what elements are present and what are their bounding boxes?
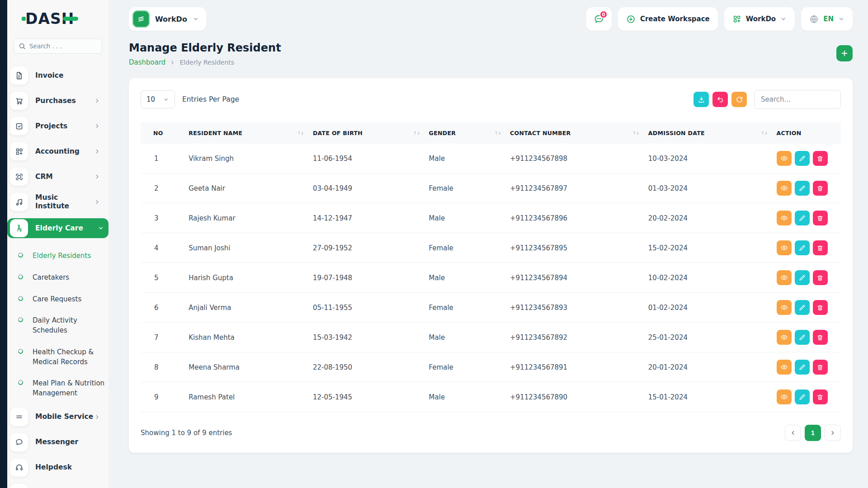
sidebar: DASH Invoice Purchases Projects: [7, 0, 108, 488]
delete-button[interactable]: [813, 389, 828, 404]
edit-button[interactable]: [795, 151, 810, 166]
delete-button[interactable]: [813, 270, 828, 285]
column-header-gender[interactable]: GENDER↑↓: [425, 122, 505, 144]
chat-bubble-icon: [10, 433, 28, 451]
view-button[interactable]: [777, 181, 792, 196]
workdo-menu-label: WorkDo: [746, 15, 776, 23]
sidebar-item-purchases[interactable]: Purchases: [10, 92, 105, 110]
delete-button[interactable]: [813, 151, 828, 166]
table-search-input[interactable]: [754, 90, 841, 109]
subitem-label: Care Requests: [33, 295, 81, 305]
workspace-switcher[interactable]: WorkDo: [129, 7, 206, 31]
view-button[interactable]: [777, 151, 792, 166]
grid-plus-icon: [10, 142, 28, 160]
create-workspace-button[interactable]: Create Workspace: [618, 7, 718, 31]
sidebar-item-mobile-service[interactable]: Mobile Service: [10, 408, 105, 426]
bullet-icon: [17, 295, 24, 302]
add-resident-button[interactable]: [836, 45, 853, 61]
view-button[interactable]: [777, 389, 792, 404]
delete-button[interactable]: [813, 240, 828, 255]
language-selector[interactable]: EN: [801, 7, 853, 31]
undo-arrow-icon: [717, 96, 724, 103]
breadcrumb-dashboard-link[interactable]: Dashboard: [129, 58, 165, 66]
edit-button[interactable]: [795, 181, 810, 196]
chevron-down-icon: [163, 97, 169, 103]
sort-icon: ↑↓: [413, 131, 420, 136]
sidebar-item-accounting[interactable]: Accounting: [10, 142, 105, 160]
sidebar-item-helpdesk[interactable]: Helpdesk: [10, 459, 105, 477]
entries-per-page-label: Entries Per Page: [182, 95, 239, 103]
sidebar-item-label: Accounting: [35, 147, 94, 156]
edit-button[interactable]: [795, 389, 810, 404]
view-button[interactable]: [777, 211, 792, 225]
elderly-person-icon: [10, 219, 28, 237]
reset-undo-button[interactable]: [712, 92, 728, 107]
next-page-button[interactable]: [825, 425, 841, 441]
sidebar-subitem-meal-plan-nutrition[interactable]: Meal Plan & Nutrition Management: [10, 373, 105, 404]
sidebar-item-crm[interactable]: CRM: [10, 168, 105, 186]
column-header-resident-name[interactable]: RESIDENT NAME↑↓: [184, 122, 308, 144]
sidebar-item-projects[interactable]: Projects: [10, 117, 105, 135]
delete-button[interactable]: [813, 360, 828, 375]
edit-button[interactable]: [795, 360, 810, 375]
sidebar-item-label: Mobile Service: [35, 413, 94, 421]
sidebar-subitem-health-checkup-medical-records[interactable]: Health Checkup & Medical Records: [10, 342, 105, 373]
table-row: 6Anjali Verma05-11-1955Female+9112345678…: [141, 293, 841, 323]
edit-button[interactable]: [795, 300, 810, 315]
view-button[interactable]: [777, 360, 792, 375]
sidebar-item-settings[interactable]: Settings: [10, 484, 105, 488]
main-area: WorkDo 0 Create Workspace WorkDo: [108, 0, 868, 488]
sidebar-search-input[interactable]: [14, 38, 102, 54]
delete-button[interactable]: [813, 330, 828, 345]
prev-page-button[interactable]: [785, 425, 801, 441]
messages-badge: 0: [599, 10, 608, 19]
grid-plus-icon: [732, 14, 741, 23]
sidebar-subitem-elderly-residents[interactable]: Elderly Residents: [10, 245, 105, 267]
edit-button[interactable]: [795, 211, 810, 225]
create-workspace-label: Create Workspace: [640, 15, 710, 23]
entries-value: 10: [146, 95, 155, 103]
table-row: 1Vikram Singh11-06-1954Male+911234567898…: [141, 144, 841, 174]
sidebar-subitem-caretakers[interactable]: Caretakers: [10, 267, 105, 289]
view-button[interactable]: [777, 330, 792, 345]
export-download-button[interactable]: [693, 92, 709, 107]
residents-table: NO RESIDENT NAME↑↓ DATE OF BIRTH↑↓ GENDE…: [141, 122, 841, 412]
view-button[interactable]: [777, 270, 792, 285]
sidebar-item-label: Music Institute: [35, 193, 94, 210]
sidebar-subitem-daily-activity-schedules[interactable]: Daily Activity Schedules: [10, 310, 105, 342]
subitem-label: Elderly Residents: [33, 251, 91, 261]
view-button[interactable]: [777, 300, 792, 315]
workdo-menu-button[interactable]: WorkDo: [724, 7, 795, 31]
bullet-icon: [17, 316, 24, 323]
sidebar-item-label: Elderly Care: [35, 224, 98, 233]
column-header-action: ACTION: [772, 122, 841, 144]
delete-button[interactable]: [813, 300, 828, 315]
column-header-admission-date[interactable]: ADMISSION DATE↑↓: [644, 122, 772, 144]
residents-card: 10 Entries Per Page: [129, 78, 853, 453]
sidebar-item-elderly-care[interactable]: Elderly Care: [7, 218, 108, 238]
edit-button[interactable]: [795, 240, 810, 255]
view-button[interactable]: [777, 240, 792, 255]
refresh-button[interactable]: [731, 92, 747, 107]
sort-icon: ↑↓: [761, 131, 768, 136]
delete-button[interactable]: [813, 211, 828, 225]
edit-button[interactable]: [795, 330, 810, 345]
pagination: 1: [785, 425, 841, 441]
sidebar-subitem-care-requests[interactable]: Care Requests: [10, 289, 105, 310]
delete-button[interactable]: [813, 181, 828, 196]
page-number-button[interactable]: 1: [805, 425, 821, 441]
subitem-label: Health Checkup & Medical Records: [33, 347, 105, 367]
entries-per-page-select[interactable]: 10: [141, 90, 175, 108]
sidebar-item-messenger[interactable]: Messenger: [10, 433, 105, 451]
column-header-contact-number[interactable]: CONTACT NUMBER↑↓: [505, 122, 644, 144]
sidebar-item-invoice[interactable]: Invoice: [10, 66, 105, 84]
sidebar-item-music-institute[interactable]: Music Institute: [10, 193, 105, 211]
table-row: 8Meena Sharma22-08-1950Female+9112345678…: [141, 352, 841, 382]
column-header-date-of-birth[interactable]: DATE OF BIRTH↑↓: [308, 122, 425, 144]
messages-button[interactable]: 0: [586, 7, 612, 31]
chevron-right-icon: [94, 123, 100, 129]
breadcrumb-current: Elderly Residents: [179, 59, 234, 66]
edit-button[interactable]: [795, 270, 810, 285]
plus-icon: [840, 49, 849, 57]
table-footer: Showing 1 to 9 of 9 entries 1: [141, 425, 841, 441]
